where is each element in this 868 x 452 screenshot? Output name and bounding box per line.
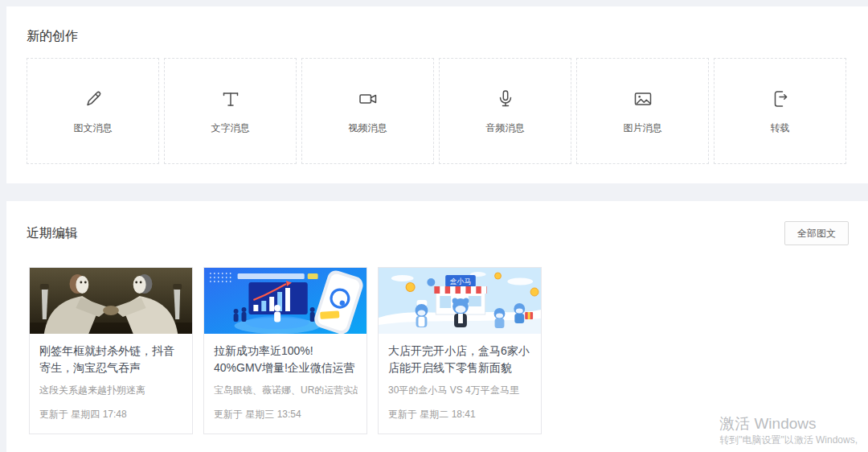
article-title[interactable]: 拉新成功率近100%! 40%GMV增量!企业微信运营实战解析 [214, 343, 358, 376]
article-card[interactable]: 拉新成功率近100%! 40%GMV增量!企业微信运营实战解析 宝岛眼镜、薇诺娜… [203, 267, 367, 434]
article-thumbnail-wecom-promo [204, 268, 366, 334]
recent-edits-header: 近期编辑 全部图文 [27, 221, 849, 245]
article-thumbnail-hema-store: 盒小马 [379, 268, 541, 334]
article-body: 拉新成功率近100%! 40%GMV增量!企业微信运营实战解析 宝岛眼镜、薇诺娜… [204, 334, 366, 434]
article-subtitle: 30平的盒小马 VS 4万平盒马里 [388, 384, 532, 397]
pencil-icon [82, 87, 104, 111]
video-camera-icon [357, 87, 379, 111]
article-updated-time: 更新于 星期四 17:48 [39, 408, 183, 421]
recent-articles-row: 刚签年框就封杀外链，抖音寄生，淘宝忍气吞声 这段关系越来越扑朔迷离 更新于 星期… [29, 267, 849, 434]
article-body: 大店开完开小店，盒马6家小店能开启线下零售新面貌吗？ 30平的盒小马 VS 4万… [379, 334, 541, 434]
watermark-subtitle: 转到"电脑设置"以激活 Windows, [719, 434, 858, 446]
create-card-label: 图片消息 [624, 121, 662, 135]
creation-type-row: 图文消息 文字消息 视频消息 [27, 58, 848, 164]
article-subtitle: 宝岛眼镜、薇诺娜、UR的运营实战解析 [214, 384, 358, 397]
all-articles-button[interactable]: 全部图文 [784, 221, 849, 245]
article-updated-time: 更新于 星期二 18:41 [388, 408, 532, 421]
repost-icon [769, 87, 792, 111]
article-updated-time: 更新于 星期三 13:54 [214, 408, 358, 421]
page: 新的创作 图文消息 文字消息 [0, 0, 868, 452]
create-card-text[interactable]: 文字消息 [164, 58, 297, 164]
new-creation-title: 新的创作 [27, 27, 848, 45]
recent-edits-title: 近期编辑 [27, 224, 78, 242]
store-sign-text: 盒小马 [450, 277, 472, 286]
new-creation-panel: 新的创作 图文消息 文字消息 [6, 6, 868, 183]
create-card-label: 音频消息 [486, 121, 525, 135]
create-card-video[interactable]: 视频消息 [301, 58, 434, 164]
article-subtitle: 这段关系越来越扑朔迷离 [39, 384, 183, 397]
microphone-icon [494, 87, 517, 111]
create-card-label: 图文消息 [74, 121, 113, 135]
image-icon [632, 87, 654, 111]
create-card-repost[interactable]: 转载 [714, 58, 846, 164]
create-card-audio[interactable]: 音频消息 [439, 58, 571, 164]
text-icon [219, 87, 242, 111]
create-card-image-text[interactable]: 图文消息 [27, 58, 159, 164]
create-card-label: 视频消息 [349, 121, 387, 135]
watermark-title: 激活 Windows [719, 415, 858, 433]
article-title[interactable]: 大店开完开小店，盒马6家小店能开启线下零售新面貌吗？ [388, 343, 532, 376]
article-card[interactable]: 刚签年框就封杀外链，抖音寄生，淘宝忍气吞声 这段关系越来越扑朔迷离 更新于 星期… [29, 267, 193, 434]
create-card-label: 文字消息 [211, 121, 250, 135]
article-title[interactable]: 刚签年框就封杀外链，抖音寄生，淘宝忍气吞声 [39, 343, 183, 376]
article-thumbnail-masked-handshake [30, 268, 192, 334]
article-body: 刚签年框就封杀外链，抖音寄生，淘宝忍气吞声 这段关系越来越扑朔迷离 更新于 星期… [30, 334, 192, 434]
create-card-picture[interactable]: 图片消息 [576, 58, 709, 164]
create-card-label: 转载 [771, 121, 790, 135]
windows-activation-watermark: 激活 Windows 转到"电脑设置"以激活 Windows, [719, 415, 858, 446]
article-card[interactable]: 盒小马 [378, 267, 542, 434]
